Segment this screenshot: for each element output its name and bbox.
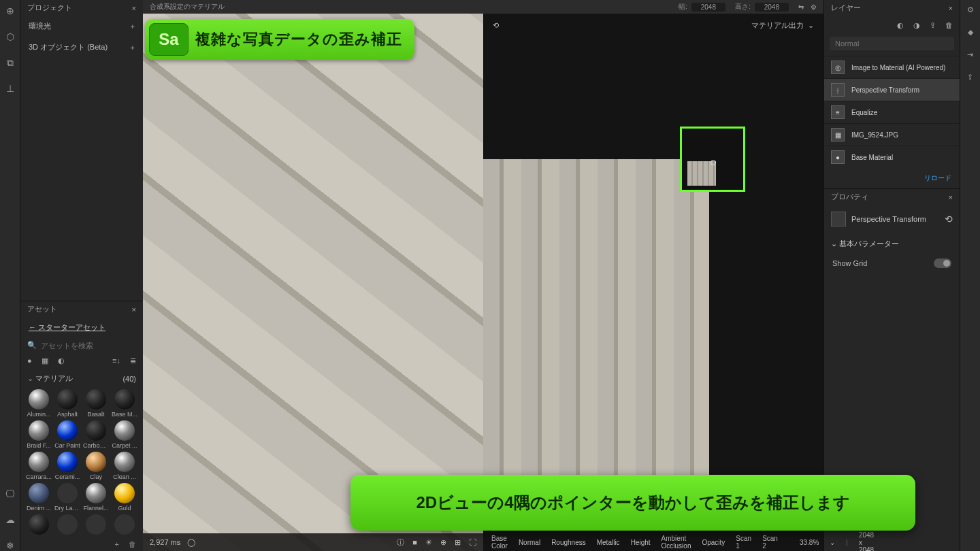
trash-icon[interactable]: 🗑 xyxy=(945,21,953,30)
channel-tab[interactable]: Normal xyxy=(519,539,540,546)
globe-icon[interactable]: ⊕ xyxy=(440,538,446,547)
plus-icon[interactable]: + xyxy=(131,22,135,31)
import-icon[interactable]: ⇥ xyxy=(967,50,973,59)
channel-tab[interactable]: Scan 2 xyxy=(762,535,778,550)
close-icon[interactable]: × xyxy=(949,4,953,12)
snow-icon[interactable]: ❄ xyxy=(5,540,16,551)
zoom-value[interactable]: 33.8% xyxy=(800,539,819,546)
chevron-down-icon[interactable]: ⌄ xyxy=(830,539,835,546)
trash-icon[interactable]: 🗑 xyxy=(129,540,136,548)
add-material-icon[interactable]: + xyxy=(115,540,119,548)
reload-link[interactable]: リロード xyxy=(824,168,960,188)
material-swatch[interactable]: Carbon ... xyxy=(83,420,109,449)
contrast-icon[interactable]: ◐ xyxy=(897,21,904,30)
crop-icon[interactable]: ⧉ xyxy=(5,57,16,68)
undo-icon[interactable]: ⟲ xyxy=(493,21,499,30)
close-icon[interactable]: × xyxy=(949,193,953,201)
grid-icon[interactable]: ⊞ xyxy=(455,538,461,547)
material-swatch[interactable] xyxy=(112,514,137,536)
material-swatch[interactable]: Clean ... xyxy=(112,452,137,480)
swatch-icon xyxy=(29,452,49,472)
plus-icon[interactable]: + xyxy=(131,44,135,52)
list-view-icon[interactable]: ≣ xyxy=(130,356,136,365)
settings-icon[interactable]: ⚙ xyxy=(811,3,817,11)
layer-row[interactable]: ≡Equalize xyxy=(824,101,960,123)
navigator-handle[interactable] xyxy=(710,160,716,165)
channel-tab[interactable]: Height xyxy=(631,539,651,546)
material-swatch[interactable]: Gold xyxy=(112,483,137,512)
starter-assets-link[interactable]: スターターアセット xyxy=(20,317,143,338)
layer-row[interactable]: ▦IMG_9524.JPG xyxy=(824,123,960,146)
swatch-label: Clay xyxy=(83,473,109,480)
material-swatch[interactable]: Flannel... xyxy=(83,483,109,512)
material-swatch[interactable]: Clay xyxy=(83,452,109,480)
layer-row[interactable]: ⟊Perspective Transform xyxy=(824,78,960,101)
material-swatch[interactable]: Carrara... xyxy=(26,452,52,480)
reset-icon[interactable]: ⟲ xyxy=(945,214,953,224)
fullscreen-icon[interactable]: ⛶ xyxy=(469,538,476,546)
document-tab[interactable]: 合成系設定のマテリアル xyxy=(150,2,225,12)
swatch-label: Braid F... xyxy=(26,442,52,449)
info-icon[interactable]: ⓘ xyxy=(397,537,404,548)
env-icon[interactable]: ⬡ xyxy=(5,31,16,42)
project-item-env[interactable]: 環境光 + xyxy=(20,16,143,37)
image-filter-icon[interactable]: ▦ xyxy=(42,356,48,365)
material-swatch[interactable]: Braid F... xyxy=(26,420,52,449)
material-swatch[interactable]: Cerami... xyxy=(54,452,80,480)
sphere-filter-icon[interactable]: ● xyxy=(27,356,32,365)
half-filter-icon[interactable]: ◐ xyxy=(58,356,65,365)
channel-tab[interactable]: Base Color xyxy=(491,535,508,550)
navigator-box[interactable] xyxy=(680,127,745,192)
asset-search-input[interactable] xyxy=(41,341,136,350)
camera-icon[interactable]: ■ xyxy=(412,538,417,546)
width-label: 幅: xyxy=(679,2,687,12)
material-swatch[interactable] xyxy=(83,514,109,536)
close-icon[interactable]: × xyxy=(132,305,136,314)
adjust-icon[interactable]: ⚙ xyxy=(967,5,974,14)
share-icon[interactable]: ⇪ xyxy=(967,73,973,82)
2d-view[interactable]: 2,927 ms ◯ ⓘ ■ ☀ ⊕ ⊞ ⛶ xyxy=(143,14,483,551)
channel-tab[interactable]: Opacity xyxy=(702,539,725,546)
project-item-3d[interactable]: 3D オブジェクト (Beta) + xyxy=(20,37,143,58)
material-output-body[interactable]: Base Color Normal Roughness Metallic Hei… xyxy=(483,37,823,551)
channel-tab[interactable]: Scan 1 xyxy=(736,535,751,550)
material-swatch[interactable]: Basalt xyxy=(83,389,109,418)
cloud-icon[interactable]: ☁ xyxy=(5,514,16,525)
layers-panel-header: レイヤー × xyxy=(824,0,960,16)
source-image xyxy=(143,14,483,551)
channel-tab[interactable]: Ambient Occlusion xyxy=(662,535,691,550)
material-swatch[interactable]: Denim ... xyxy=(26,483,52,512)
material-swatch[interactable]: Asphalt xyxy=(54,389,80,418)
layer-row[interactable]: ●Base Material xyxy=(824,146,960,168)
close-icon[interactable]: × xyxy=(132,4,136,12)
monitor-icon[interactable]: 🖵 xyxy=(5,488,16,499)
layer-thumb-icon: ◎ xyxy=(831,61,845,74)
basic-params-section[interactable]: 基本パラメーター xyxy=(824,233,960,254)
material-swatch[interactable]: Base M... xyxy=(112,389,137,418)
material-category-header[interactable]: ⌄ マテリアル (40) xyxy=(20,369,143,388)
link-icon[interactable]: ⇆ xyxy=(798,3,804,11)
light-icon[interactable]: ☀ xyxy=(425,538,432,547)
eyedropper-icon[interactable]: ◆ xyxy=(968,28,973,37)
blend-mode-select[interactable]: Normal xyxy=(830,37,954,50)
add-icon[interactable]: ⊕ xyxy=(5,5,16,16)
channel-tab[interactable]: Roughness xyxy=(551,539,586,546)
material-swatch[interactable]: Dry Lau... xyxy=(54,483,80,512)
width-value[interactable]: 2048 xyxy=(691,3,725,12)
material-swatch[interactable]: Car Paint xyxy=(54,420,80,449)
material-swatch[interactable] xyxy=(26,514,52,536)
material-swatch[interactable]: Carpet ... xyxy=(112,420,137,449)
show-grid-toggle[interactable] xyxy=(934,258,951,268)
mask-icon[interactable]: ◑ xyxy=(913,21,920,30)
export-icon[interactable]: ⇪ xyxy=(930,21,936,30)
material-swatch[interactable] xyxy=(54,514,80,536)
height-value[interactable]: 2048 xyxy=(755,3,789,12)
swatch-label: Flannel... xyxy=(83,505,109,512)
sort-icon[interactable]: ≡↓ xyxy=(112,356,120,365)
material-swatch[interactable]: Alumin... xyxy=(26,389,52,418)
properties-title: プロパティ xyxy=(831,192,868,202)
channel-tab[interactable]: Metallic xyxy=(597,539,620,546)
chevron-down-icon[interactable]: ⌄ xyxy=(808,21,814,30)
layer-row[interactable]: ◎Image to Material (AI Powered) xyxy=(824,56,960,78)
stamp-icon[interactable]: ⊥ xyxy=(5,83,16,94)
